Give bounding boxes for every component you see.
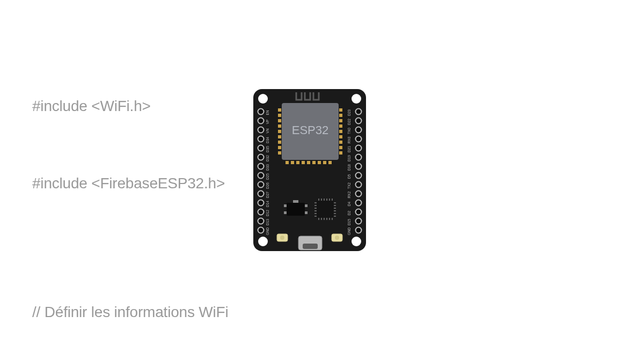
svg-rect-9 xyxy=(278,124,281,128)
svg-rect-123 xyxy=(303,244,318,249)
svg-point-35 xyxy=(258,127,264,133)
svg-point-43 xyxy=(258,200,264,206)
svg-point-45 xyxy=(258,218,264,224)
svg-rect-16 xyxy=(339,114,342,117)
svg-rect-7 xyxy=(278,114,281,117)
svg-text:D32: D32 xyxy=(266,155,269,161)
esp32-board-svg: ESP32 xyxy=(251,87,368,253)
svg-rect-23 xyxy=(339,151,342,155)
svg-text:D23: D23 xyxy=(347,109,351,116)
svg-text:D15: D15 xyxy=(347,219,351,225)
svg-point-50 xyxy=(356,127,362,133)
chip-label: ESP32 xyxy=(292,123,329,137)
svg-text:D21: D21 xyxy=(347,146,351,152)
svg-point-127 xyxy=(335,236,339,240)
svg-rect-94 xyxy=(305,204,308,207)
svg-rect-13 xyxy=(278,146,281,149)
svg-point-56 xyxy=(356,182,362,188)
svg-text:D18: D18 xyxy=(347,164,351,171)
svg-text:D26: D26 xyxy=(266,182,269,189)
svg-text:D33: D33 xyxy=(266,164,269,171)
svg-rect-8 xyxy=(278,119,281,122)
svg-rect-95 xyxy=(305,211,308,214)
svg-text:D25: D25 xyxy=(266,173,269,180)
svg-rect-15 xyxy=(339,108,342,112)
svg-point-125 xyxy=(280,236,284,240)
pin-header-right xyxy=(356,109,362,243)
boot-button[interactable] xyxy=(332,234,342,241)
svg-text:VP: VP xyxy=(266,120,269,124)
svg-point-39 xyxy=(258,164,264,170)
svg-point-58 xyxy=(356,200,362,206)
svg-point-48 xyxy=(356,109,362,115)
svg-point-42 xyxy=(258,191,264,197)
svg-point-51 xyxy=(356,136,362,142)
svg-rect-6 xyxy=(278,108,281,112)
svg-rect-26 xyxy=(296,161,299,164)
micro-usb-connector-icon xyxy=(298,236,322,250)
svg-rect-91 xyxy=(287,203,305,216)
svg-point-38 xyxy=(258,155,264,160)
svg-text:TX0: TX0 xyxy=(347,128,351,134)
svg-point-1 xyxy=(258,94,268,104)
svg-text:TX2: TX2 xyxy=(347,182,351,189)
svg-rect-11 xyxy=(278,135,281,138)
svg-text:VN: VN xyxy=(266,128,269,133)
svg-text:D2: D2 xyxy=(347,210,351,215)
svg-point-61 xyxy=(356,227,362,233)
svg-point-46 xyxy=(258,227,264,233)
svg-rect-97 xyxy=(317,201,334,218)
svg-rect-30 xyxy=(318,161,321,164)
svg-text:GND: GND xyxy=(266,227,269,235)
svg-text:D35: D35 xyxy=(266,146,269,152)
svg-rect-19 xyxy=(339,130,342,133)
svg-rect-27 xyxy=(302,161,305,164)
svg-text:D22: D22 xyxy=(347,119,351,125)
code-line: // Définir les informations WiFi xyxy=(32,299,644,325)
svg-point-40 xyxy=(258,173,264,179)
svg-rect-93 xyxy=(284,211,287,214)
svg-rect-14 xyxy=(278,151,281,155)
svg-text:RX2: RX2 xyxy=(347,191,351,198)
svg-point-52 xyxy=(356,145,362,151)
svg-point-55 xyxy=(356,173,362,179)
svg-rect-20 xyxy=(339,135,342,138)
svg-point-44 xyxy=(258,209,264,215)
svg-point-57 xyxy=(356,191,362,197)
en-button[interactable] xyxy=(277,234,288,241)
svg-point-34 xyxy=(258,118,264,124)
svg-text:D12: D12 xyxy=(266,210,269,216)
svg-point-41 xyxy=(258,182,264,188)
svg-text:GND: GND xyxy=(347,227,351,235)
svg-rect-25 xyxy=(291,161,294,164)
esp32-board[interactable]: ESP32 xyxy=(251,87,368,253)
pin-header-left xyxy=(258,109,264,243)
svg-point-59 xyxy=(356,209,362,215)
svg-point-49 xyxy=(356,118,362,124)
svg-text:D34: D34 xyxy=(266,137,269,143)
svg-point-36 xyxy=(258,136,264,142)
svg-rect-28 xyxy=(307,161,310,164)
svg-rect-29 xyxy=(312,161,316,164)
svg-point-54 xyxy=(356,164,362,170)
svg-rect-22 xyxy=(339,146,342,149)
svg-text:D4: D4 xyxy=(347,201,351,206)
svg-text:RX0: RX0 xyxy=(347,136,351,143)
svg-point-53 xyxy=(356,155,362,160)
svg-point-2 xyxy=(352,94,361,104)
svg-rect-10 xyxy=(278,130,281,133)
svg-rect-92 xyxy=(284,204,287,207)
svg-rect-12 xyxy=(278,141,281,144)
svg-point-37 xyxy=(258,145,264,151)
svg-text:EN: EN xyxy=(266,110,269,115)
svg-text:D14: D14 xyxy=(266,201,269,207)
svg-rect-96 xyxy=(293,200,298,203)
usb-uart-chip-icon xyxy=(314,199,336,220)
svg-rect-18 xyxy=(339,124,342,128)
svg-text:D13: D13 xyxy=(266,219,269,225)
svg-rect-32 xyxy=(328,161,332,164)
svg-text:D27: D27 xyxy=(266,192,269,198)
svg-rect-24 xyxy=(286,161,289,164)
svg-text:D5: D5 xyxy=(347,174,351,179)
svg-rect-21 xyxy=(339,141,342,144)
